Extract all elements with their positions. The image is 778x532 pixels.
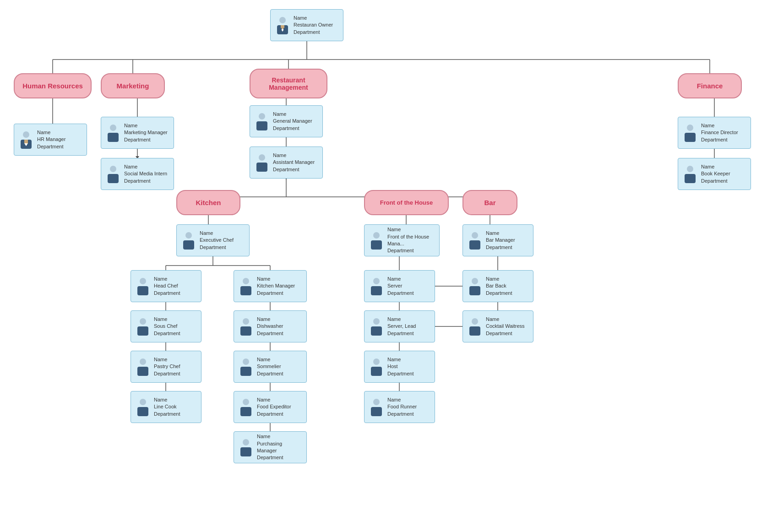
server-card: Name Server Department: [364, 270, 435, 302]
bar-manager-role: Bar Manager: [486, 237, 515, 244]
finance-director-card: Name Finance Director Department: [678, 117, 751, 149]
bar-manager-name: Name: [486, 230, 515, 237]
executive-chef-avatar: [180, 230, 197, 250]
bar-manager-info: Name Bar Manager Department: [486, 230, 515, 251]
dishwasher-info: Name Dishwasher Department: [257, 316, 283, 337]
svg-rect-81: [137, 407, 148, 416]
svg-rect-67: [183, 240, 194, 250]
food-runner-info: Name Food Runner Department: [387, 396, 417, 418]
hr-manager-avatar: [18, 130, 34, 150]
head-chef-card: Name Head Chef Department: [131, 270, 201, 302]
svg-point-70: [243, 278, 249, 284]
owner-avatar: [274, 15, 291, 35]
svg-rect-93: [371, 367, 382, 376]
general-manager-card: Name General Manager Department: [250, 105, 323, 137]
executive-chef-role: Executive Chef: [200, 237, 234, 244]
line-cook-info: Name Line Cook Department: [154, 396, 180, 418]
foh-manager-name: Name: [387, 226, 435, 233]
sommelier-role: Sommelier: [257, 363, 283, 370]
marketing-manager-name: Name: [124, 122, 168, 129]
foh-manager-avatar: [368, 230, 385, 250]
kitchen-dept-box: Kitchen: [176, 190, 240, 215]
server-avatar: [368, 276, 385, 296]
line-cook-role: Line Cook: [154, 403, 180, 410]
hr-manager-info: Name HR Manager Department: [37, 129, 65, 150]
social-media-role: Social Media Intern: [124, 170, 167, 177]
dishwasher-avatar: [238, 316, 254, 337]
svg-point-50: [23, 131, 29, 138]
hr-manager-role: HR Manager: [37, 136, 65, 143]
svg-point-92: [373, 358, 380, 365]
pastry-chef-dept: Department: [154, 370, 180, 377]
food-expeditor-dept: Department: [257, 411, 291, 418]
social-media-avatar: [105, 164, 121, 184]
svg-point-94: [373, 399, 380, 405]
dishwasher-dept: Department: [257, 330, 283, 337]
food-runner-dept: Department: [387, 411, 417, 418]
social-media-card: Name Social Media Intern Department: [101, 158, 174, 190]
host-dept: Department: [387, 370, 413, 377]
sous-chef-card: Name Sous Chef Department: [131, 310, 201, 342]
svg-rect-83: [240, 407, 251, 416]
cocktail-waitress-card: Name Cocktail Waitress Department: [462, 310, 533, 342]
pastry-chef-info: Name Pastry Chef Department: [154, 356, 180, 377]
head-chef-name: Name: [154, 276, 180, 282]
hr-dept-box: Human Resources: [14, 73, 92, 98]
bar-back-avatar: [467, 276, 483, 296]
svg-point-76: [140, 358, 146, 365]
foh-manager-dept: Department: [387, 247, 435, 254]
svg-rect-77: [137, 367, 148, 376]
svg-rect-57: [108, 174, 119, 183]
book-keeper-info: Name Book Keeper Department: [701, 163, 730, 185]
executive-chef-name: Name: [200, 230, 234, 237]
host-info: Name Host Department: [387, 356, 413, 377]
server-info: Name Server Department: [387, 276, 413, 297]
food-expeditor-info: Name Food Expeditor Department: [257, 396, 291, 418]
server-lead-dept: Department: [387, 330, 416, 337]
server-lead-role: Server, Lead: [387, 323, 416, 330]
cocktail-waitress-role: Cocktail Waitress: [486, 323, 525, 330]
marketing-dept-box: Marketing: [101, 73, 165, 98]
finance-director-dept: Department: [701, 136, 738, 143]
foh-manager-card: Name Front of the House Mana... Departme…: [364, 224, 440, 256]
svg-point-58: [259, 113, 265, 119]
svg-rect-87: [371, 240, 382, 250]
general-manager-avatar: [254, 111, 270, 131]
svg-rect-65: [685, 174, 696, 183]
svg-point-66: [185, 232, 192, 239]
sous-chef-name: Name: [154, 316, 180, 323]
executive-chef-card: Name Executive Chef Department: [176, 224, 250, 256]
line-cook-avatar: [135, 397, 151, 417]
assistant-manager-name: Name: [273, 152, 315, 159]
svg-rect-55: [108, 133, 119, 142]
server-name: Name: [387, 276, 413, 282]
hr-dept-label: Human Resources: [22, 82, 83, 90]
executive-chef-info: Name Executive Chef Department: [200, 230, 234, 251]
purchasing-manager-name: Name: [257, 433, 303, 440]
svg-rect-63: [685, 133, 696, 142]
pastry-chef-name: Name: [154, 356, 180, 363]
svg-point-60: [259, 154, 265, 161]
line-cook-name: Name: [154, 396, 180, 403]
dishwasher-role: Dishwasher: [257, 323, 283, 330]
book-keeper-name: Name: [701, 163, 730, 170]
bar-manager-dept: Department: [486, 244, 515, 251]
kitchen-manager-card: Name Kitchen Manager Department: [234, 270, 307, 302]
server-dept: Department: [387, 290, 413, 297]
front-dept-label: Front of the House: [380, 199, 433, 206]
kitchen-manager-avatar: [238, 276, 254, 296]
sommelier-name: Name: [257, 356, 283, 363]
svg-point-54: [110, 125, 116, 131]
svg-point-68: [140, 278, 146, 284]
marketing-manager-role: Marketing Manager: [124, 129, 168, 136]
hr-manager-dept: Department: [37, 143, 65, 150]
book-keeper-card: Name Book Keeper Department: [678, 158, 751, 190]
server-lead-info: Name Server, Lead Department: [387, 316, 416, 337]
pastry-chef-role: Pastry Chef: [154, 363, 180, 370]
general-manager-name: Name: [273, 111, 312, 118]
purchasing-manager-avatar: [238, 437, 254, 457]
svg-rect-52: [24, 140, 28, 143]
purchasing-manager-info: Name Purchasing Manager Department: [257, 433, 303, 461]
social-media-info: Name Social Media Intern Department: [124, 163, 167, 185]
bar-back-name: Name: [486, 276, 512, 282]
